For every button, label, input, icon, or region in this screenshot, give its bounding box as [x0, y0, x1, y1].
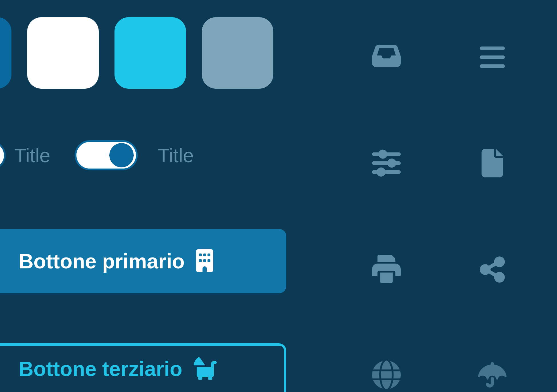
tertiary-button-label: Bottone terziario: [19, 357, 182, 381]
color-swatch-muted[interactable]: [202, 17, 273, 89]
inbox-icon[interactable]: [369, 40, 404, 74]
sliders-icon[interactable]: [369, 146, 404, 180]
share-icon[interactable]: [475, 252, 509, 286]
toggle-knob: [109, 143, 134, 167]
primary-button[interactable]: Bottone primario: [0, 229, 286, 293]
toggle-on[interactable]: [75, 140, 138, 170]
toggle-row: Title Title: [0, 140, 194, 170]
file-icon[interactable]: [475, 146, 509, 180]
globe-icon[interactable]: [369, 358, 404, 392]
color-swatch-cyan[interactable]: [114, 17, 186, 89]
icon-grid: [369, 40, 509, 392]
print-icon[interactable]: [369, 252, 404, 286]
toggle-label-1: Title: [14, 144, 50, 167]
color-swatch-row: [0, 17, 273, 89]
primary-button-label: Bottone primario: [19, 250, 185, 273]
umbrella-icon[interactable]: [475, 358, 509, 392]
toggle-off-partial[interactable]: [0, 141, 6, 170]
tertiary-button[interactable]: Bottone terziario: [0, 343, 286, 392]
color-swatch-white[interactable]: [27, 17, 99, 89]
menu-icon[interactable]: [475, 40, 509, 74]
building-icon: [196, 249, 213, 273]
color-swatch-blue[interactable]: [0, 17, 11, 89]
stroller-icon: [194, 357, 217, 381]
toggle-label-2: Title: [158, 144, 194, 167]
